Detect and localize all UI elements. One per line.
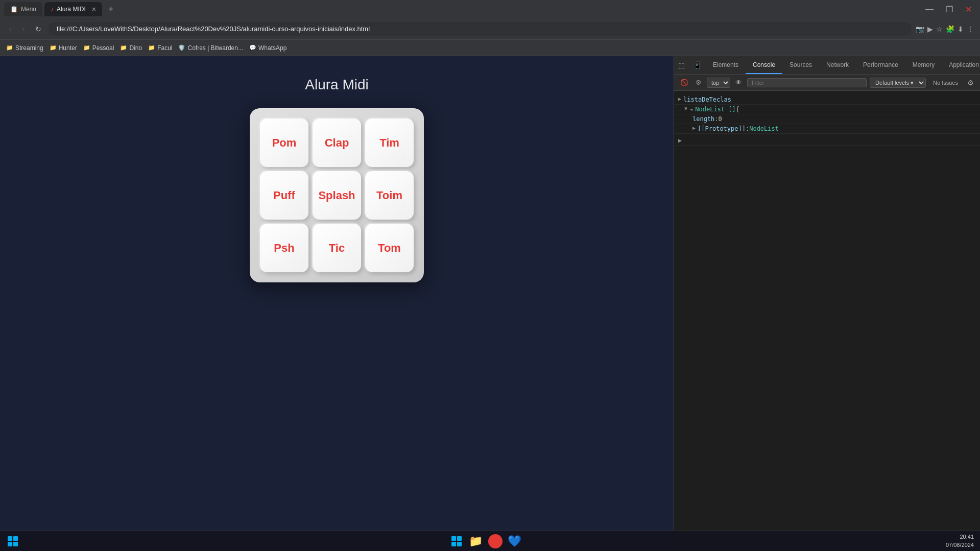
- tab-memory[interactable]: Memory: [905, 56, 942, 74]
- collapse-icon[interactable]: ▼: [684, 106, 687, 111]
- bookmark-streaming[interactable]: 📁 Streaming: [6, 44, 43, 52]
- taskbar-icons: 📁 💙: [26, 533, 946, 549]
- tab-performance[interactable]: Performance: [856, 56, 905, 74]
- bookmark-whatsapp-label: WhatsApp: [258, 44, 286, 52]
- issues-settings-icon[interactable]: ⚙: [965, 77, 976, 89]
- taskbar: 📁 💙 20:41 07/08/2024: [0, 531, 980, 551]
- camera-icon[interactable]: 📷: [916, 25, 924, 33]
- splash-button[interactable]: Splash: [313, 171, 361, 220]
- back-button[interactable]: ‹: [6, 23, 15, 35]
- tab-network[interactable]: Network: [819, 56, 856, 74]
- tab-sources[interactable]: Sources: [782, 56, 819, 74]
- toim-button[interactable]: Toim: [365, 171, 414, 220]
- address-right-icons: 📷 ▶ ☆ 🧩 ⬇ ⋮: [916, 25, 974, 33]
- nodelist-type: NodeList []: [695, 106, 735, 113]
- psh-button[interactable]: Psh: [260, 224, 308, 272]
- clear-console-button[interactable]: 🚫: [678, 78, 690, 87]
- prototype-colon: :: [746, 125, 749, 132]
- bookmark-whatsapp[interactable]: 💬 WhatsApp: [249, 44, 286, 52]
- tab-application[interactable]: Application: [942, 56, 980, 74]
- bookmark-hunter[interactable]: 📁 Hunter: [50, 44, 77, 52]
- file-explorer-icon: 📁: [469, 535, 483, 548]
- browser-controls: — ❐ ✕: [921, 4, 976, 15]
- console-var-name: listaDeTeclas: [683, 96, 731, 103]
- bookmark-pessoal[interactable]: 📁 Pessoal: [83, 44, 114, 52]
- clap-button[interactable]: Clap: [313, 118, 361, 167]
- taskbar-right: 20:41 07/08/2024: [946, 533, 980, 549]
- taskbar-vscode-icon[interactable]: 💙: [507, 533, 523, 549]
- folder-icon: 📁: [148, 44, 155, 51]
- nodelist-brace: {: [736, 106, 739, 113]
- tom-button[interactable]: Tom: [365, 224, 414, 272]
- windows-icon: [451, 536, 462, 546]
- download-icon[interactable]: ⬇: [958, 25, 964, 33]
- log-levels-selector[interactable]: Default levels ▾: [870, 78, 926, 88]
- midi-pad-container: Pom Clap Tim Puff Splash Toim Psh Tic To…: [250, 108, 424, 282]
- devtools-device-icon[interactable]: 📱: [689, 61, 706, 69]
- console-output: ▶ listaDeTeclas ▼ ◂ NodeList [] { length…: [674, 91, 980, 551]
- console-prompt: ▶: [674, 136, 980, 146]
- new-tab-button[interactable]: +: [104, 3, 118, 16]
- windows-logo-icon: [8, 536, 18, 546]
- console-filter-input[interactable]: [747, 78, 867, 87]
- address-bar: ‹ › ↻ 📷 ▶ ☆ 🧩 ⬇ ⋮: [0, 18, 980, 40]
- devtools-panel: ⬚ 📱 Elements Console Sources Network Per…: [674, 56, 980, 551]
- browser-menu-icon[interactable]: ⋮: [967, 25, 974, 33]
- expand-left-arrow[interactable]: ◂: [689, 106, 693, 113]
- clock-date: 07/08/2024: [946, 541, 974, 549]
- eye-icon[interactable]: 👁: [733, 78, 744, 87]
- bitwarden-icon: 🛡️: [178, 44, 185, 51]
- bookmarks-bar: 📁 Streaming 📁 Hunter 📁 Pessoal 📁 Dino 📁 …: [0, 40, 980, 56]
- bookmark-star-icon[interactable]: ☆: [936, 25, 943, 33]
- forward-button[interactable]: ›: [19, 23, 28, 35]
- bookmark-cofres-label: Cofres | Bitwarden...: [187, 44, 243, 52]
- bookmark-cofres[interactable]: 🛡️ Cofres | Bitwarden...: [178, 44, 243, 52]
- whatsapp-icon: 💬: [249, 44, 256, 51]
- taskbar-circle-icon[interactable]: [487, 533, 504, 549]
- bookmark-facul[interactable]: 📁 Facul: [148, 44, 172, 52]
- minimize-button[interactable]: —: [921, 4, 938, 15]
- bookmark-streaming-label: Streaming: [15, 44, 43, 52]
- close-browser-button[interactable]: ✕: [961, 4, 976, 15]
- bookmark-dino-label: Dino: [129, 44, 142, 52]
- expand-icon[interactable]: ▶: [678, 96, 681, 102]
- console-line-3: length : 0: [674, 114, 980, 124]
- devtools-inspect-icon[interactable]: ⬚: [674, 61, 689, 69]
- vscode-icon: 💙: [508, 535, 521, 548]
- xbox-icon: [488, 534, 503, 548]
- url-input[interactable]: [49, 22, 912, 36]
- page-content: Alura Midi Pom Clap Tim Puff Splash Toim…: [0, 56, 674, 551]
- pom-button[interactable]: Pom: [260, 118, 308, 167]
- tab-menu[interactable]: 📋 Menu: [4, 2, 42, 16]
- bookmark-dino[interactable]: 📁 Dino: [120, 44, 142, 52]
- taskbar-explorer-icon[interactable]: 📁: [468, 533, 484, 549]
- console-line-1: ▶ listaDeTeclas: [674, 95, 980, 105]
- play-icon[interactable]: ▶: [927, 25, 933, 33]
- console-line-4: ▶ [[Prototype]] : NodeList: [674, 124, 980, 134]
- taskbar-windows-icon[interactable]: [448, 533, 465, 549]
- colon: :: [714, 115, 718, 123]
- bookmark-pessoal-label: Pessoal: [92, 44, 114, 52]
- midi-grid: Pom Clap Tim Puff Splash Toim Psh Tic To…: [260, 118, 414, 272]
- devtools-toolbar: 🚫 ⚙ top 👁 Default levels ▾ No Issues ⚙: [674, 75, 980, 91]
- extensions-icon[interactable]: 🧩: [946, 25, 954, 33]
- folder-icon: 📁: [50, 44, 57, 51]
- reload-button[interactable]: ↻: [32, 24, 44, 34]
- tab-elements[interactable]: Elements: [706, 56, 746, 74]
- tim-button[interactable]: Tim: [365, 118, 414, 167]
- tab-console[interactable]: Console: [746, 56, 782, 74]
- bookmark-facul-label: Facul: [157, 44, 172, 52]
- tab-bar: 📋 Menu ♪ Alura MIDI × + — ❐ ✕: [0, 0, 980, 18]
- puff-button[interactable]: Puff: [260, 171, 308, 220]
- context-selector[interactable]: top: [707, 78, 730, 88]
- start-button[interactable]: [0, 536, 26, 546]
- tab-close-button[interactable]: ×: [92, 5, 96, 13]
- prototype-key: [[Prototype]]: [698, 125, 746, 132]
- restore-button[interactable]: ❐: [942, 4, 957, 15]
- devtools-tab-bar: ⬚ 📱 Elements Console Sources Network Per…: [674, 56, 980, 75]
- prototype-expand-icon[interactable]: ▶: [692, 125, 696, 131]
- length-key: length: [692, 115, 714, 123]
- filter-toggle-button[interactable]: ⚙: [694, 78, 704, 87]
- tic-button[interactable]: Tic: [313, 224, 361, 272]
- tab-aluramidi[interactable]: ♪ Alura MIDI ×: [44, 2, 102, 16]
